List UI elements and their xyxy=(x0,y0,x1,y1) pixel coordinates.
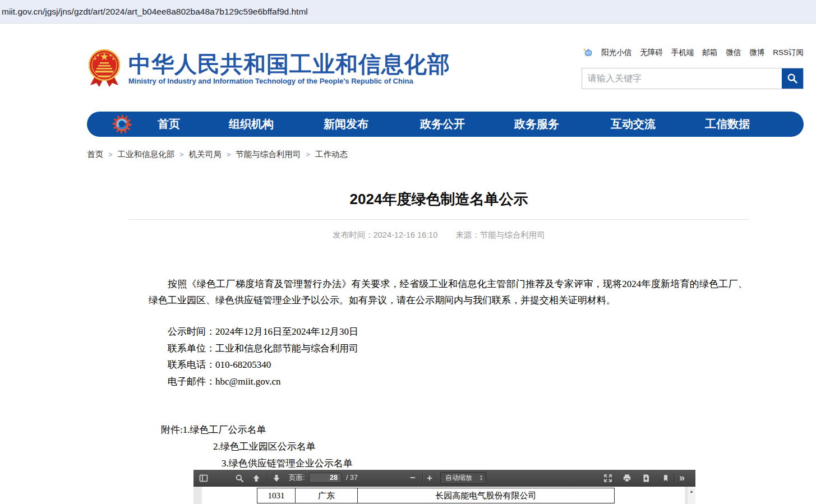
quick-link-accessibility[interactable]: 无障碍 xyxy=(640,48,663,58)
article-title: 2024年度绿色制造名单公示 xyxy=(129,189,749,209)
zoom-mode-select[interactable]: 自动缩放 ▲ ▼ xyxy=(440,472,486,484)
miit-gear-logo-icon xyxy=(112,114,132,134)
pdf-toolbar: 页面: / 37 − + 自动缩放 ▲ ▼ xyxy=(193,470,695,487)
toolbar-separator xyxy=(267,474,268,483)
quick-link-mobile[interactable]: 手机端 xyxy=(671,48,694,58)
quick-link-rss[interactable]: RSS订阅 xyxy=(773,48,804,58)
article-contact-info: 公示时间：2024年12月16日至2024年12月30日 联系单位：工业和信息化… xyxy=(149,323,748,390)
arrow-up-icon xyxy=(252,474,261,483)
search-icon xyxy=(787,73,798,84)
breadcrumb-separator: > xyxy=(179,150,184,159)
arrow-down-icon xyxy=(272,474,281,483)
scrollbar-up-icon[interactable]: ▲ xyxy=(688,489,695,494)
sidebar-toggle-icon xyxy=(199,474,208,483)
breadcrumb-departments[interactable]: 机关司局 xyxy=(189,150,222,159)
article-attachments: 附件:1.绿色工厂公示名单 2.绿色工业园区公示名单 3.绿色供应链管理企业公示… xyxy=(149,422,748,472)
info-contact-phone: 联系电话：010-68205340 xyxy=(149,357,748,373)
browser-url-bar[interactable]: miit.gov.cn/jgsj/jns/gzdt/art/2024/art_b… xyxy=(0,0,816,24)
nav-item-gov-services[interactable]: 政务服务 xyxy=(514,112,559,137)
pdf-page-area: 1031 广东 长园高能电气股份有限公司 ▲ xyxy=(193,487,695,504)
info-contact-email: 电子邮件：hbc@miit.gov.cn xyxy=(149,373,748,390)
article-paragraph: 按照《绿色工厂梯度培育及管理暂行办法》有关要求，经省级工业和信息化主管部门推荐及… xyxy=(149,276,748,308)
pdf-cell-company: 长园高能电气股份有限公司 xyxy=(358,488,614,503)
presentation-mode-button[interactable] xyxy=(603,474,612,483)
breadcrumb-energy-dept[interactable]: 节能与综合利用司 xyxy=(236,150,301,159)
nav-item-interaction[interactable]: 互动交流 xyxy=(611,112,656,137)
pdf-scrollbar[interactable]: ▲ xyxy=(687,487,695,504)
pdf-cell-number: 1031 xyxy=(257,488,296,503)
download-icon xyxy=(642,474,651,483)
page-number-input[interactable] xyxy=(309,473,342,483)
bookmark-icon xyxy=(662,474,670,482)
select-arrows-icon: ▲ ▼ xyxy=(480,474,483,481)
page-label: 页面: xyxy=(289,470,305,486)
page-count-label: / 37 xyxy=(346,470,358,486)
page-down-button[interactable] xyxy=(272,474,281,483)
breadcrumb-work-updates: 工作动态 xyxy=(315,150,348,159)
nav-item-gov-disclosure[interactable]: 政务公开 xyxy=(420,112,465,137)
download-button[interactable] xyxy=(642,474,651,483)
sidebar-toggle-button[interactable] xyxy=(199,474,208,483)
breadcrumb-home[interactable]: 首页 xyxy=(87,150,103,159)
article-meta: 发布时间：2024-12-16 16:10 来源：节能与综合利用司 xyxy=(129,230,749,241)
pdf-table-row: 1031 广东 长园高能电气股份有限公司 xyxy=(257,488,615,503)
main-nav-bar: 首页 组织机构 新闻发布 政务公开 政务服务 互动交流 工信数据 xyxy=(87,112,804,137)
header-quick-links: 阳光小信 无障碍 手机端 邮箱 微信 微博 RSS订阅 xyxy=(583,48,804,58)
find-icon xyxy=(235,474,244,483)
zoom-out-button[interactable]: − xyxy=(410,470,416,486)
zoom-mode-value: 自动缩放 xyxy=(445,474,472,482)
breadcrumb-miit[interactable]: 工业和信息化部 xyxy=(118,150,175,159)
bookmark-button[interactable] xyxy=(662,474,670,482)
toolbar-separator xyxy=(674,474,675,483)
nav-item-home[interactable]: 首页 xyxy=(158,112,180,137)
pdf-viewer: 页面: / 37 − + 自动缩放 ▲ ▼ xyxy=(193,470,695,504)
quick-link-mail[interactable]: 邮箱 xyxy=(702,48,717,58)
find-button[interactable] xyxy=(235,474,244,483)
info-contact-unit: 联系单位：工业和信息化部节能与综合利用司 xyxy=(149,340,748,357)
national-emblem-logo xyxy=(87,48,122,89)
nav-item-industry-data[interactable]: 工信数据 xyxy=(705,112,750,137)
print-button[interactable] xyxy=(623,474,631,483)
site-title: 中华人民共和国工业和信息化部 xyxy=(128,53,450,75)
assistant-robot-icon xyxy=(583,48,593,58)
title-divider xyxy=(129,219,749,220)
publish-time: 发布时间：2024-12-16 16:10 xyxy=(333,230,437,239)
more-tools-button[interactable]: » xyxy=(679,470,685,486)
breadcrumb-separator: > xyxy=(306,150,310,159)
site-search xyxy=(582,68,804,89)
site-subtitle: Ministry of Industry and Information Tec… xyxy=(128,77,413,85)
nav-item-organization[interactable]: 组织机构 xyxy=(229,112,274,137)
print-icon xyxy=(623,474,631,483)
info-public-period: 公示时间：2024年12月16日至2024年12月30日 xyxy=(149,323,748,340)
breadcrumb-separator: > xyxy=(108,150,113,159)
zoom-in-button[interactable]: + xyxy=(427,470,432,486)
attachment-1: 附件:1.绿色工厂公示名单 xyxy=(149,422,748,438)
breadcrumb-separator: > xyxy=(227,150,231,159)
quick-link-weibo[interactable]: 微博 xyxy=(749,48,764,58)
toolbar-separator xyxy=(422,474,423,483)
article-source: 来源：节能与综合利用司 xyxy=(455,230,545,239)
breadcrumb: 首页>工业和信息化部>机关司局>节能与综合利用司>工作动态 xyxy=(87,149,348,160)
nav-item-news[interactable]: 新闻发布 xyxy=(324,112,368,137)
pdf-cell-province: 广东 xyxy=(296,488,358,503)
search-input[interactable] xyxy=(582,68,782,89)
search-button[interactable] xyxy=(782,68,803,89)
attachment-2: 2.绿色工业园区公示名单 xyxy=(149,438,748,455)
page-up-button[interactable] xyxy=(252,474,261,483)
fullscreen-icon xyxy=(603,474,612,483)
quick-link-sunshine-assistant[interactable]: 阳光小信 xyxy=(601,48,631,58)
quick-link-wechat[interactable]: 微信 xyxy=(726,48,741,58)
